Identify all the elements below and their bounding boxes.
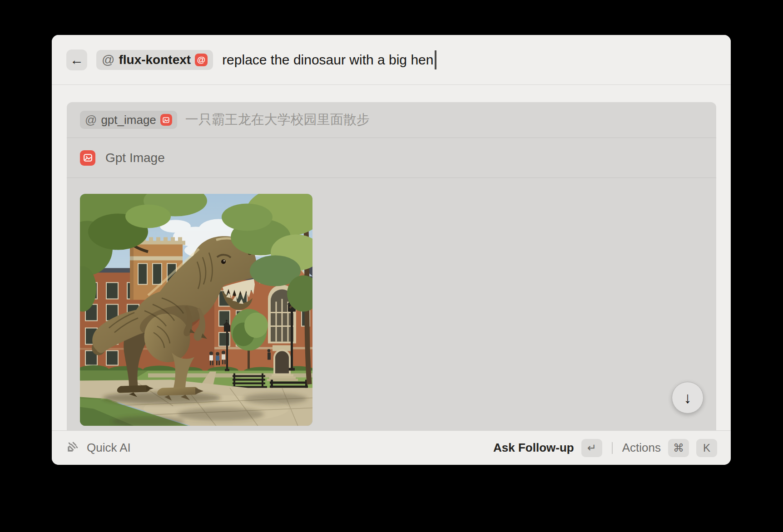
result-card: @ gpt_image 一只霸王龙在大学校园里面散步 [67, 102, 716, 430]
back-arrow-icon: ← [70, 52, 84, 68]
ask-follow-up-button[interactable]: Ask Follow-up [493, 441, 574, 455]
mention-tag-label: flux-kontext [119, 53, 191, 67]
image-icon [160, 114, 172, 126]
back-button[interactable]: ← [66, 49, 87, 70]
quick-ai-icon [65, 440, 79, 456]
model-name-label: Gpt Image [105, 151, 165, 165]
footer-actions: Ask Follow-up ↵ Actions ⌘ K [493, 439, 717, 457]
text-cursor [435, 50, 436, 69]
scroll-to-bottom-button[interactable]: ↓ [672, 382, 704, 414]
mention-tag-gpt-image[interactable]: @ gpt_image [80, 111, 177, 129]
quick-ai-window: ← @ flux-kontext @ replace the dinosaur … [52, 35, 731, 465]
previous-prompt-row[interactable]: @ gpt_image 一只霸王龙在大学校园里面散步 [67, 102, 716, 138]
previous-prompt-text: 一只霸王龙在大学校园里面散步 [185, 111, 370, 129]
at-icon: @ [195, 54, 208, 66]
arrow-down-icon: ↓ [684, 389, 692, 407]
model-row[interactable]: Gpt Image [67, 138, 716, 178]
mention-tag-label: gpt_image [101, 113, 156, 127]
command-key-icon[interactable]: ⌘ [668, 439, 689, 457]
mention-at-prefix: @ [102, 53, 114, 67]
actions-button[interactable]: Actions [622, 441, 661, 455]
quick-ai-label: Quick AI [87, 441, 131, 455]
mention-at-prefix: @ [85, 113, 97, 127]
prompt-input-text: replace the dinosaur with a big hen [222, 52, 433, 68]
image-icon [80, 150, 95, 166]
k-key-icon[interactable]: K [696, 439, 717, 457]
mention-tag-flux-kontext[interactable]: @ flux-kontext @ [96, 50, 213, 70]
footer-divider [612, 442, 613, 454]
return-key-icon[interactable]: ↵ [581, 439, 602, 457]
footer-bar: Quick AI Ask Follow-up ↵ Actions ⌘ K [52, 430, 731, 465]
prompt-input[interactable]: replace the dinosaur with a big hen [222, 50, 436, 69]
footer-mode: Quick AI [65, 440, 131, 456]
search-header: ← @ flux-kontext @ replace the dinosaur … [52, 35, 731, 85]
generated-image-trex-campus[interactable] [80, 194, 312, 426]
